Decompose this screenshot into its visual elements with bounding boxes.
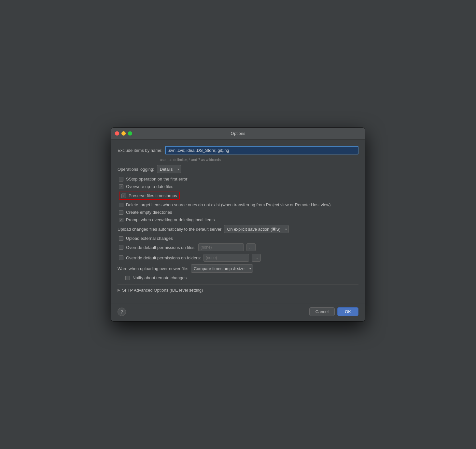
create-empty-dirs-row: Create empty directories: [118, 210, 358, 215]
prompt-overwriting-row: Prompt when overwriting or deleting loca…: [118, 217, 358, 222]
upload-external-row: Upload external changes: [118, 236, 358, 241]
override-files-input[interactable]: [198, 243, 244, 251]
notify-remote-checkbox[interactable]: [125, 276, 130, 280]
stop-on-error-row: SStop operation on the first error: [118, 177, 358, 181]
minimize-button[interactable]: [121, 131, 126, 136]
warn-uploading-label: Warn when uploading over newer file:: [118, 266, 188, 271]
override-files-label: Override default permissions on files:: [126, 245, 196, 250]
prompt-overwriting-label: Prompt when overwriting or deleting loca…: [126, 217, 215, 222]
maximize-button[interactable]: [128, 131, 132, 136]
exclude-label: Exclude items by name:: [118, 148, 162, 153]
dialog-footer: ? Cancel OK: [111, 303, 365, 321]
overwrite-uptodate-checkbox[interactable]: [119, 184, 123, 189]
logging-select[interactable]: Details Info None: [157, 165, 181, 173]
sftp-label: SFTP Advanced Options (IDE level setting…: [122, 288, 203, 293]
preserve-timestamps-row: Preserve files timestamps: [119, 192, 180, 200]
cancel-button[interactable]: Cancel: [309, 307, 335, 316]
ok-button[interactable]: OK: [337, 307, 358, 316]
exclude-input[interactable]: [165, 146, 358, 154]
logging-row: Operations logging: Details Info None ▾: [118, 165, 358, 173]
warn-uploading-select[interactable]: Compare timestamp & size Always Never: [191, 264, 253, 273]
preserve-timestamps-label: Preserve files timestamps: [129, 193, 177, 198]
dialog-content: Exclude items by name: use ; as delimite…: [111, 139, 365, 300]
override-files-browse[interactable]: ...: [246, 243, 256, 251]
options-dialog: Options Exclude items by name: use ; as …: [111, 128, 365, 321]
preserve-timestamps-checkbox[interactable]: [121, 194, 126, 198]
override-folders-checkbox[interactable]: [119, 255, 123, 260]
sftp-expand-icon: ▶: [118, 288, 120, 292]
create-empty-dirs-checkbox[interactable]: [119, 210, 123, 215]
stop-on-error-label: SStop operation on the first error: [126, 177, 188, 181]
upload-auto-select-wrapper: On explicit save action (⌘S) Always Neve…: [224, 225, 289, 233]
upload-external-label: Upload external changes: [126, 236, 173, 241]
upload-external-checkbox[interactable]: [119, 236, 123, 241]
dialog-title: Options: [231, 131, 245, 136]
upload-auto-select[interactable]: On explicit save action (⌘S) Always Neve…: [224, 225, 289, 233]
logging-select-wrapper: Details Info None ▾: [157, 165, 181, 173]
warn-uploading-select-wrapper: Compare timestamp & size Always Never ▾: [191, 264, 253, 273]
override-folders-input[interactable]: [203, 254, 249, 262]
stop-on-error-checkbox[interactable]: [119, 177, 123, 181]
create-empty-dirs-label: Create empty directories: [126, 210, 172, 215]
notify-remote-row: Notify about remote changes: [118, 275, 358, 280]
prompt-overwriting-checkbox[interactable]: [119, 218, 123, 222]
delete-target-checkbox[interactable]: [119, 203, 123, 207]
close-button[interactable]: [115, 131, 119, 136]
sftp-row: ▶ SFTP Advanced Options (IDE level setti…: [118, 284, 358, 293]
window-controls: [115, 131, 132, 136]
exclude-row: Exclude items by name:: [118, 146, 358, 154]
logging-label: Operations logging:: [118, 167, 154, 172]
delete-target-row: Delete target items when source ones do …: [118, 202, 358, 207]
override-files-row: Override default permissions on files: .…: [118, 243, 358, 251]
overwrite-uptodate-label: Overwrite up-to-date files: [126, 184, 173, 189]
delete-target-label: Delete target items when source ones do …: [126, 202, 331, 207]
upload-auto-label: Upload changed files automatically to th…: [118, 227, 221, 232]
override-folders-browse[interactable]: ...: [252, 254, 261, 262]
exclude-hint: use ; as delimiter, * and ? as wildcards: [160, 158, 358, 162]
override-folders-label: Override default permissions on folders:: [126, 255, 201, 260]
override-folders-row: Override default permissions on folders:…: [118, 254, 358, 262]
warn-uploading-row: Warn when uploading over newer file: Com…: [118, 264, 358, 273]
notify-remote-label: Notify about remote changes: [133, 275, 187, 280]
help-button[interactable]: ?: [118, 308, 126, 316]
override-files-checkbox[interactable]: [119, 245, 123, 250]
footer-buttons: Cancel OK: [309, 307, 358, 316]
overwrite-uptodate-row: Overwrite up-to-date files: [118, 184, 358, 189]
title-bar: Options: [111, 128, 365, 139]
upload-auto-row: Upload changed files automatically to th…: [118, 225, 358, 233]
